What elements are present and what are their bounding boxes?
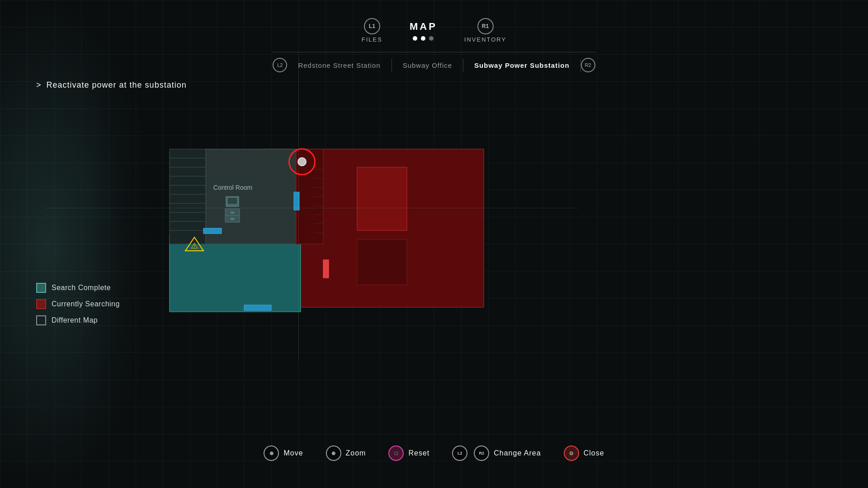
svg-text:Control Room: Control Room	[213, 184, 252, 191]
svg-rect-27	[244, 305, 271, 310]
close-icon: ⊙	[569, 450, 573, 456]
area-redstone[interactable]: Redstone Street Station	[287, 59, 392, 72]
legend-box-empty	[36, 315, 46, 325]
legend-currently-searching: Currently Searching	[36, 299, 120, 309]
svg-rect-32	[230, 204, 235, 205]
r2-button[interactable]: R2	[581, 58, 595, 72]
move-label: Move	[283, 449, 303, 457]
legend-label-searching: Currently Searching	[52, 300, 120, 308]
area-redstone-label: Redstone Street Station	[298, 61, 380, 69]
files-label: FILES	[362, 36, 382, 43]
l2-label: L2	[277, 62, 283, 68]
zoom-icon: ⊕	[331, 450, 335, 456]
move-icon: ⊕	[269, 450, 274, 456]
area-subway-office-label: Subway Office	[403, 61, 452, 69]
legend-label-different: Different Map	[52, 316, 98, 324]
tab-files[interactable]: L1 FILES	[362, 18, 382, 43]
r2-change-icon: R2	[479, 451, 484, 455]
objective: > Reactivate power at the substation	[36, 80, 187, 90]
legend-box-red	[36, 299, 46, 309]
player-marker	[288, 148, 316, 175]
map-container[interactable]: Control Room ⚠	[136, 99, 488, 316]
objective-text: Reactivate power at the substation	[47, 80, 187, 90]
svg-rect-28	[323, 260, 329, 278]
nav-dot-2	[421, 36, 425, 41]
zoom-button[interactable]: ⊕	[326, 446, 341, 461]
control-zoom[interactable]: ⊕ Zoom	[326, 446, 366, 461]
top-navigation: L1 FILES MAP R1 INVENTORY L2 Redstone	[0, 18, 868, 72]
change-area-label: Change Area	[494, 449, 541, 457]
svg-rect-6	[170, 149, 206, 244]
inventory-label: INVENTORY	[464, 36, 506, 43]
zoom-label: Zoom	[346, 449, 366, 457]
player-marker-center	[297, 157, 307, 166]
tab-inventory[interactable]: R1 INVENTORY	[464, 18, 506, 43]
r2-change-button[interactable]: R2	[474, 446, 489, 461]
l2-change-icon: L2	[458, 451, 462, 455]
control-move[interactable]: ⊕ Move	[264, 446, 303, 461]
r1-button[interactable]: R1	[477, 18, 494, 34]
move-button[interactable]: ⊕	[264, 446, 279, 461]
tab-map: MAP	[410, 21, 437, 41]
l1-button[interactable]: L1	[364, 18, 380, 34]
crosshair-vertical	[298, 54, 299, 361]
l2-button[interactable]: L2	[273, 58, 287, 72]
svg-rect-4	[357, 167, 407, 230]
l2-change-button[interactable]: L2	[452, 446, 467, 461]
legend-different-map: Different Map	[36, 315, 120, 325]
crosshair-horizontal	[45, 208, 579, 208]
bottom-controls: ⊕ Move ⊕ Zoom □ Reset L2 R2 Change Area …	[0, 446, 868, 461]
legend-label-complete: Search Complete	[52, 284, 111, 292]
nav-dots	[413, 36, 434, 41]
r2-label: R2	[585, 62, 591, 68]
reset-label: Reset	[408, 449, 429, 457]
svg-text:⚠: ⚠	[191, 241, 198, 250]
svg-rect-35	[231, 211, 234, 214]
svg-rect-31	[228, 198, 237, 204]
area-subway-office[interactable]: Subway Office	[392, 59, 463, 72]
nav-dot-1	[413, 36, 417, 41]
legend-box-teal	[36, 283, 46, 293]
reset-icon: □	[395, 450, 398, 456]
legend: Search Complete Currently Searching Diff…	[36, 283, 120, 325]
nav-tabs: L1 FILES MAP R1 INVENTORY	[362, 18, 506, 43]
area-subway-power-label: Subway Power Substation	[474, 61, 570, 69]
l1-label: L1	[369, 23, 375, 29]
control-close[interactable]: ⊙ Close	[564, 446, 604, 461]
reset-button[interactable]: □	[388, 446, 404, 461]
r1-label: R1	[482, 23, 489, 29]
control-change-area[interactable]: L2 R2 Change Area	[452, 446, 541, 461]
objective-arrow: >	[36, 80, 41, 90]
svg-rect-26	[203, 228, 222, 234]
close-button[interactable]: ⊙	[564, 446, 579, 461]
nav-dot-3	[429, 36, 434, 41]
svg-rect-5	[357, 239, 407, 285]
control-reset[interactable]: □ Reset	[388, 446, 429, 461]
area-navigation: L2 Redstone Street Station Subway Office…	[273, 52, 595, 72]
map-label: MAP	[410, 21, 437, 33]
legend-search-complete: Search Complete	[36, 283, 120, 293]
close-label: Close	[584, 449, 604, 457]
svg-rect-36	[231, 218, 234, 220]
area-subway-power[interactable]: Subway Power Substation	[463, 59, 581, 72]
